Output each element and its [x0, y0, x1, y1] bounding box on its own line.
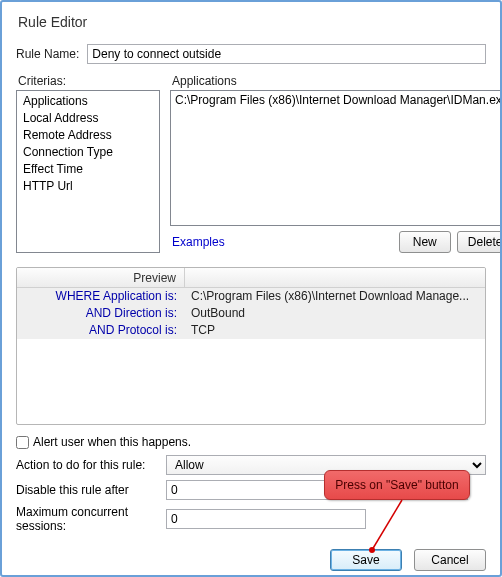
preview-value: OutBound	[185, 305, 485, 322]
table-row: AND Protocol is: TCP	[17, 322, 485, 339]
disable-label: Disable this rule after	[16, 483, 166, 497]
applications-label: Applications	[172, 74, 502, 88]
preview-header: Preview	[17, 268, 185, 287]
alert-checkbox[interactable]	[16, 436, 29, 449]
new-button[interactable]: New	[399, 231, 451, 253]
window-title: Rule Editor	[18, 14, 486, 30]
list-item[interactable]: C:\Program Files (x86)\Internet Download…	[175, 93, 502, 107]
list-item[interactable]: Effect Time	[23, 161, 153, 178]
preview-key: WHERE Application is:	[17, 288, 185, 305]
preview-panel: Preview WHERE Application is: C:\Program…	[16, 267, 486, 425]
table-row: WHERE Application is: C:\Program Files (…	[17, 288, 485, 305]
sessions-label: Maximum concurrent sessions:	[16, 505, 166, 533]
delete-button[interactable]: Delete	[457, 231, 502, 253]
callout-annotation: Press on "Save" button	[324, 470, 470, 500]
save-button[interactable]: Save	[330, 549, 402, 571]
list-item[interactable]: Remote Address	[23, 127, 153, 144]
preview-value: TCP	[185, 322, 485, 339]
examples-link[interactable]: Examples	[172, 235, 225, 249]
list-item[interactable]: Applications	[23, 93, 153, 110]
criterias-list[interactable]: Applications Local Address Remote Addres…	[16, 90, 160, 253]
list-item[interactable]: Connection Type	[23, 144, 153, 161]
rule-name-label: Rule Name:	[16, 47, 79, 61]
rule-name-input[interactable]	[87, 44, 486, 64]
preview-key: AND Direction is:	[17, 305, 185, 322]
preview-value: C:\Program Files (x86)\Internet Download…	[185, 288, 485, 305]
action-label: Action to do for this rule:	[16, 458, 166, 472]
criterias-label: Criterias:	[18, 74, 160, 88]
list-item[interactable]: Local Address	[23, 110, 153, 127]
applications-list[interactable]: C:\Program Files (x86)\Internet Download…	[170, 90, 502, 226]
preview-key: AND Protocol is:	[17, 322, 185, 339]
cancel-button[interactable]: Cancel	[414, 549, 486, 571]
sessions-input[interactable]	[166, 509, 366, 529]
alert-label: Alert user when this happens.	[33, 435, 191, 449]
list-item[interactable]: HTTP Url	[23, 178, 153, 195]
table-row: AND Direction is: OutBound	[17, 305, 485, 322]
